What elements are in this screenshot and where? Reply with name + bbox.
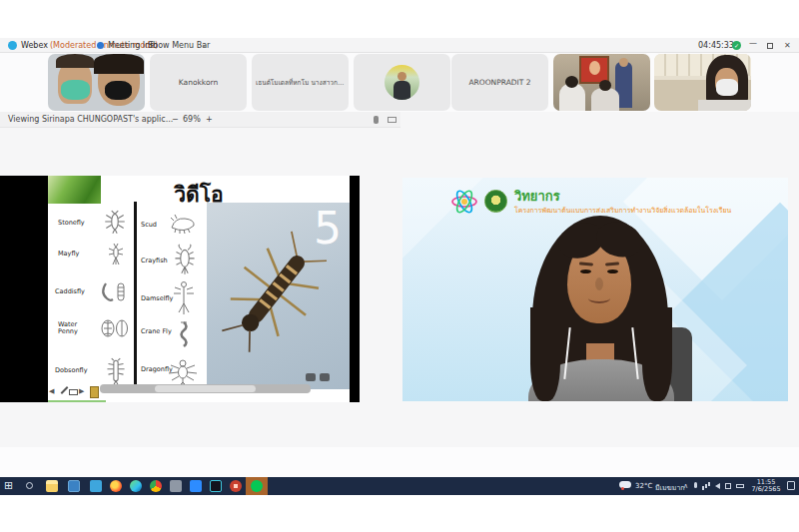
insect-label-waterpenny: Water Penny xyxy=(58,321,86,335)
webex-titlebar: Webex (Moderated unmute mode) Meeting In… xyxy=(0,38,799,53)
insect-label-mayfly: Mayfly xyxy=(58,251,100,258)
participant-filmstrip: Kanokkorn เธนต์โมเดลที่หกโม นางสาวกมลพรร… xyxy=(0,53,799,113)
participant-video-thumb-6[interactable] xyxy=(553,54,650,111)
participant-thumb-kanokkorn[interactable]: Kanokkorn xyxy=(150,54,247,111)
smile xyxy=(588,293,610,303)
meeting-timer: 04:45:33 xyxy=(698,41,734,50)
insect-label-dobsonfly: Dobsonfly xyxy=(55,367,100,374)
taskbar-app-firefox-icon[interactable] xyxy=(110,480,122,492)
show-hidden-icons-chevron-icon[interactable]: ∧ xyxy=(683,482,688,490)
mic-muted-mini-icon[interactable] xyxy=(374,116,379,124)
tray-weather-label[interactable]: มีเมฆมาก xyxy=(655,482,685,500)
annotate-back-button[interactable]: ◀ xyxy=(49,387,54,395)
damselfly-illustration-icon xyxy=(170,279,198,319)
start-button[interactable]: ⊞ xyxy=(4,479,13,492)
hair-right xyxy=(94,54,144,74)
taskbar-app-camera-icon[interactable] xyxy=(170,480,182,492)
zoom-in-button[interactable]: + xyxy=(206,115,213,124)
white-mask xyxy=(716,79,738,96)
avatar-body xyxy=(394,81,410,100)
participant-name: เธนต์โมเดลที่หกโม นางสาวกมลพรร... xyxy=(256,78,345,88)
eye-right xyxy=(607,269,618,273)
webex-control-bar: Unmute ∨ Start video ∨ ↑ Share ••• ✕ ⊞ xyxy=(0,447,799,477)
nose-shadow xyxy=(595,277,603,290)
scrollbar-thumb[interactable] xyxy=(155,385,256,392)
letterbox-right xyxy=(350,176,360,402)
maximize-button[interactable] xyxy=(767,43,773,49)
taskbar-app-zoom-icon[interactable] xyxy=(190,480,202,492)
painting-face xyxy=(589,61,600,75)
tray-temperature[interactable]: 32°C xyxy=(635,482,652,500)
eyebrow-left xyxy=(579,262,593,266)
speaker-banner-subtitle: โครงการพัฒนาต้นแบบการส่งเสริมการทำงานวิจ… xyxy=(514,205,782,216)
participant-video-thumb-7[interactable] xyxy=(654,54,751,111)
speaker-hair-left-strand xyxy=(530,307,560,401)
pause-share-button[interactable] xyxy=(90,386,99,398)
speaker-hair-right-strand xyxy=(642,307,672,401)
menu-chevron-down-icon[interactable]: ∨ xyxy=(202,42,206,49)
horizontal-scrollbar[interactable] xyxy=(100,384,311,393)
atom-logo-icon xyxy=(450,188,478,220)
annotate-forward-button[interactable]: ▶ xyxy=(79,387,84,395)
participant-thumb-aroonpradit[interactable]: AROONPRADIT 2 xyxy=(451,54,548,111)
taskbar-app-line-icon[interactable] xyxy=(251,480,263,492)
taskbar-app-webex-icon[interactable] xyxy=(210,480,222,492)
zoom-level: 69% xyxy=(183,115,201,124)
participant-name: Kanokkorn xyxy=(154,78,243,87)
viewing-label: Viewing Sirinapa CHUNGOPAST's applic... xyxy=(8,115,173,124)
tray-network-icon[interactable] xyxy=(725,483,731,489)
insect-label-caddisfly: Caddisfly xyxy=(55,288,100,295)
zoom-out-button[interactable]: − xyxy=(172,115,179,124)
insect-label-crayfish: Crayfish xyxy=(141,258,175,265)
taskbar-app-edge-icon[interactable] xyxy=(130,480,142,492)
chat-overlay-icon xyxy=(306,373,316,381)
minimize-button[interactable]: — xyxy=(749,39,757,48)
mayfly-illustration-icon xyxy=(104,242,128,267)
eyebrow-right xyxy=(605,262,619,266)
seated-person-2 xyxy=(591,88,619,111)
participant-thumb-thai-name[interactable]: เธนต์โมเดลที่หกโม นางสาวกมลพรร... xyxy=(252,54,349,111)
taskbar-app-browser-icon[interactable] xyxy=(230,480,242,492)
insect-label-cranefly: Crane Fly xyxy=(141,328,175,335)
avatar-head xyxy=(398,72,406,81)
seated-person-1 xyxy=(559,84,585,111)
tray-battery-icon[interactable] xyxy=(736,484,744,488)
active-tool-underline xyxy=(48,400,106,402)
waterpenny-illustration-icon xyxy=(100,315,130,341)
seated-person-1-head xyxy=(565,76,578,88)
tray-speaker-icon[interactable] xyxy=(715,483,720,489)
speaker-banner-title: วิทยากร xyxy=(514,186,560,207)
tray-date: 7/6/2565 xyxy=(750,486,782,493)
annotate-screen-icon[interactable] xyxy=(69,389,78,395)
tray-clock[interactable]: 11:55 7/6/2565 xyxy=(750,479,782,493)
webex-logo-icon xyxy=(8,41,17,50)
student-shirt xyxy=(698,100,751,111)
taskbar-app-mail-icon[interactable] xyxy=(90,480,102,492)
tray-signal-icon[interactable] xyxy=(702,486,704,490)
dobsonfly-illustration-icon xyxy=(103,357,129,387)
close-window-button[interactable]: ✕ xyxy=(784,41,791,50)
taskbar-app-file-explorer-icon[interactable] xyxy=(46,480,58,492)
notification-center-icon[interactable] xyxy=(787,481,795,490)
shared-screen: วิดีโอ Stonefly Mayfly Caddisfly Water P… xyxy=(0,176,360,402)
filler xyxy=(400,112,799,128)
audio-overlay-icon xyxy=(320,373,330,381)
speaker-video[interactable]: วิทยากร โครงการพัฒนาต้นแบบการส่งเสริมการ… xyxy=(402,178,788,401)
show-menu-bar-label[interactable]: Show Menu Bar xyxy=(148,41,210,50)
tray-mic-icon[interactable] xyxy=(694,482,697,488)
taskbar-search-icon[interactable] xyxy=(26,482,33,489)
teal-mask xyxy=(61,80,90,100)
participant-thumb-avatar[interactable] xyxy=(354,54,450,111)
share-screen-mini-icon[interactable] xyxy=(388,117,397,123)
participant-video-thumb-1[interactable] xyxy=(48,54,145,111)
project-seal-icon xyxy=(484,190,507,213)
taskbar-app-photos-icon[interactable] xyxy=(68,480,80,492)
hair-left xyxy=(56,54,94,68)
black-mask xyxy=(105,81,132,100)
taskbar-app-chrome-icon[interactable] xyxy=(150,480,162,492)
windows-taskbar: ⊞ 32°C มีเมฆมาก ∧ 11:55 7/6/2565 xyxy=(0,477,799,495)
screenshot-canvas: Webex (Moderated unmute mode) Meeting In… xyxy=(0,0,799,532)
participant-name: AROONPRADIT 2 xyxy=(455,78,544,87)
standing-person-head xyxy=(619,58,628,67)
eye-left xyxy=(580,269,591,273)
